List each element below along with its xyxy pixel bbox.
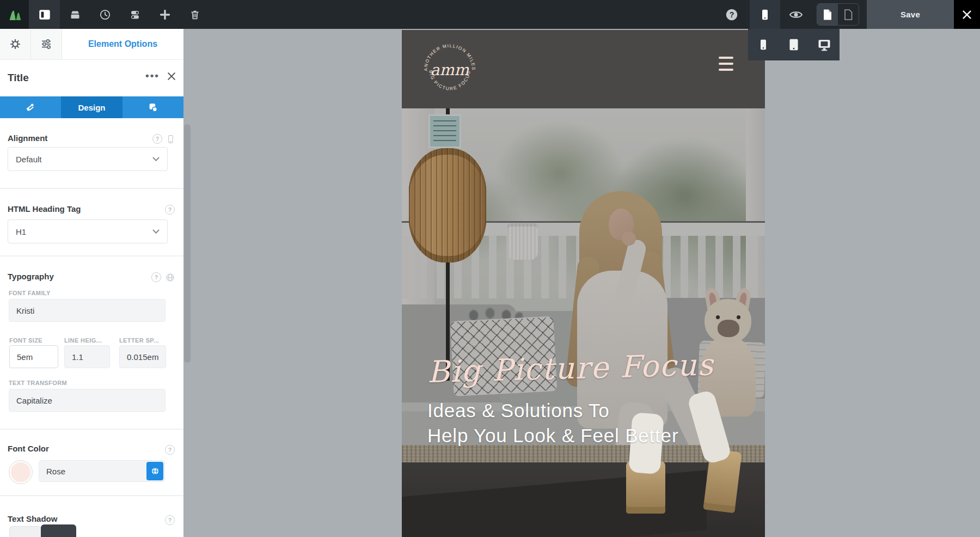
global-settings-button[interactable] [120, 0, 150, 29]
history-button[interactable] [90, 0, 120, 29]
shapes-icon [147, 101, 159, 113]
builder-logo-icon [7, 7, 23, 23]
panel-title: Title [8, 72, 29, 84]
sidebar-toggle-button[interactable] [29, 0, 60, 29]
save-button[interactable]: Save [867, 0, 954, 29]
letter-spacing-value: 0.015em [127, 352, 158, 362]
circular-logo: · ANOTHER MILLION MILES · BIG PICTURE FO… [420, 40, 480, 100]
hero-section: Big Picture Focus Ideas & Solutions To H… [402, 108, 765, 537]
hamburger-menu-icon[interactable] [719, 57, 733, 75]
top-toolbar: ? [0, 0, 980, 29]
font-family-value: Kristi [16, 306, 34, 315]
heading-tag-select[interactable]: H1 [8, 219, 168, 243]
globe-icon[interactable] [166, 273, 175, 282]
font-size-input[interactable]: 5em [9, 345, 58, 368]
panel-close-button[interactable] [166, 71, 177, 82]
font-color-help-icon[interactable]: ? [165, 445, 175, 455]
close-icon [166, 71, 177, 82]
font-family-label: FONT FAMILY [9, 290, 51, 296]
section-divider [0, 255, 183, 257]
responsive-preview-button[interactable] [750, 0, 780, 29]
panel-header-title: Element Options [62, 29, 183, 59]
tab-advanced[interactable] [122, 96, 183, 118]
typography-help-icon[interactable]: ? [151, 272, 161, 282]
font-color-swatch[interactable] [9, 460, 33, 484]
font-color-value: Rose [46, 467, 65, 476]
trash-button[interactable] [180, 0, 210, 29]
device-option-tablet[interactable] [779, 29, 809, 60]
logo-monogram: amm [431, 61, 469, 79]
trash-icon [189, 9, 201, 21]
panel-more-menu[interactable]: ••• [145, 70, 160, 82]
font-family-input[interactable]: Kristi [9, 299, 166, 322]
panel-body: Alignment ? Default HTML Heading Tag ? H [0, 118, 183, 537]
svg-text:?: ? [730, 10, 734, 19]
section-divider [0, 429, 183, 430]
eye-icon [788, 7, 804, 22]
new-page-button[interactable] [838, 4, 859, 25]
letter-spacing-input[interactable]: 0.015em [119, 345, 166, 368]
tab-general[interactable] [0, 96, 61, 118]
smartphone-icon [758, 8, 771, 21]
alignment-label: Alignment [8, 133, 47, 143]
help-button[interactable]: ? [720, 0, 744, 29]
text-shadow-toggle-off[interactable] [9, 526, 42, 537]
heading-tag-value: H1 [16, 227, 26, 236]
outline-panel-tab[interactable] [0, 29, 31, 59]
alignment-select[interactable]: Default [8, 147, 168, 171]
tab-design[interactable]: Design [61, 96, 122, 118]
page-toggle-group [817, 3, 859, 26]
settings-panel-tab[interactable] [31, 29, 62, 59]
text-shadow-toggle-on[interactable] [41, 524, 76, 537]
element-options-panel: Title ••• Design [0, 60, 183, 537]
sidebar-toggle-icon [38, 8, 52, 22]
heading-tag-help-icon[interactable]: ? [165, 205, 175, 215]
site-preview: · ANOTHER MILLION MILES · BIG PICTURE FO… [402, 30, 765, 537]
hero-subtitle-line2: Help You Look & Feel Better [427, 423, 714, 448]
hero-subtitle-line1: Ideas & Solutions To [427, 398, 714, 423]
font-color-global-button[interactable] [146, 462, 163, 480]
responsive-field-icon [167, 135, 175, 144]
close-builder-button[interactable] [954, 0, 980, 29]
typography-label: Typography [8, 272, 54, 281]
builder-logo[interactable] [0, 0, 29, 29]
font-size-label: FONT SIZE [9, 337, 42, 344]
font-size-value: 5em [17, 352, 33, 362]
section-divider [0, 495, 183, 496]
close-icon [961, 9, 973, 21]
plus-icon [158, 8, 171, 21]
desktop-icon [817, 37, 832, 52]
line-height-label: LINE HEIG... [64, 337, 102, 344]
font-color-field[interactable]: Rose [39, 460, 165, 482]
line-height-value: 1.1 [72, 352, 83, 362]
alignment-help-icon[interactable]: ? [152, 134, 162, 144]
add-content-button[interactable] [150, 0, 180, 29]
app-window: ? [0, 0, 980, 537]
templates-button[interactable] [60, 0, 90, 29]
heading-tag-label: HTML Heading Tag [8, 204, 81, 213]
panel-scrollbar[interactable] [184, 124, 191, 363]
help-icon: ? [725, 8, 739, 22]
gear-icon [9, 38, 21, 50]
filter-sliders-icon [40, 38, 53, 51]
history-icon [99, 8, 112, 21]
templates-icon [69, 8, 82, 21]
hero-subtitle[interactable]: Ideas & Solutions To Help You Look & Fee… [427, 398, 714, 448]
preview-button[interactable] [783, 0, 809, 29]
panel-tabs: Design [0, 96, 183, 118]
page-outline-icon [843, 9, 854, 21]
chevron-down-icon [152, 229, 160, 234]
device-option-smartphone[interactable] [748, 29, 779, 60]
line-height-input[interactable]: 1.1 [64, 345, 110, 368]
text-transform-label: TEXT TRANSFORM [9, 380, 67, 386]
current-page-button[interactable] [817, 4, 838, 25]
text-transform-input[interactable]: Capitalize [9, 389, 166, 412]
section-divider [0, 188, 183, 189]
text-shadow-label: Text Shadow [8, 514, 57, 523]
device-option-desktop[interactable] [809, 29, 840, 60]
smartphone-icon [757, 38, 770, 51]
text-shadow-help-icon[interactable]: ? [165, 515, 175, 525]
site-logo[interactable]: · ANOTHER MILLION MILES · BIG PICTURE FO… [420, 40, 480, 100]
hero-script-title[interactable]: Big Picture Focus [427, 347, 714, 389]
global-settings-icon [128, 8, 142, 21]
